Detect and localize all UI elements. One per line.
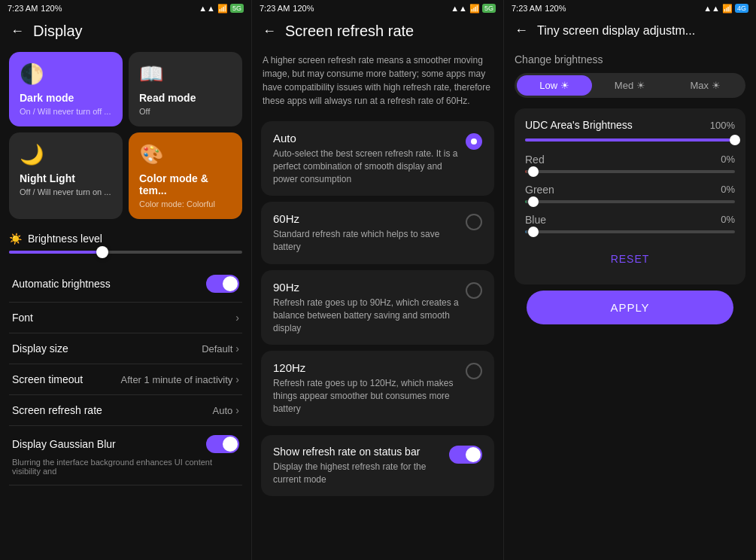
radio-auto[interactable] [466,133,482,150]
mode-max-btn[interactable]: Max ☀ [668,75,743,96]
blue-row-header: Blue 0% [525,214,735,226]
mode-low-label: Low [539,80,557,91]
night-light-icon: 🌙 [20,143,112,166]
udc-slider[interactable] [525,138,735,142]
option-90hz[interactable]: 90Hz Refresh rate goes up to 90Hz, which… [261,270,494,345]
color-mode-subtitle: Color mode: Colorful [139,199,232,208]
option-auto-content: Auto Auto-select the best screen refresh… [273,132,466,185]
blue-slider[interactable] [525,230,735,233]
gaussian-blur-desc: Blurring the interface background enhanc… [12,458,239,476]
udc-percent: 100% [710,120,735,131]
red-thumb[interactable] [528,166,539,177]
green-label: Green [525,184,554,196]
page-title-1: Display [33,23,83,40]
udc-slider-thumb[interactable] [730,135,740,145]
option-60hz-desc: Standard refresh rate which helps to sav… [273,228,466,254]
screen-refresh-row[interactable]: Screen refresh rate Auto › [9,395,242,426]
brightness-mode-selector: Low ☀ Med ☀ Max ☀ [515,73,745,98]
gaussian-blur-row: Display Gaussian Blur Blurring the inter… [9,426,242,485]
option-90hz-desc: Refresh rate goes up to 90Hz, which crea… [273,297,466,334]
night-light-subtitle: Off / Will never turn on ... [20,187,112,196]
night-light-card[interactable]: 🌙 Night Light Off / Will never turn on .… [9,132,123,219]
mode-med-icon: ☀ [636,80,645,91]
blue-thumb[interactable] [528,227,539,237]
option-60hz[interactable]: 60Hz Standard refresh rate which helps t… [261,202,494,264]
wifi-icon: 📶 [217,4,228,14]
brightness-thumb[interactable] [96,246,108,258]
panel-tiny-screen: 7:23 AM 120% ▲▲ 📶 4G ← Tiny screen displ… [504,0,756,560]
auto-brightness-row: Automatic brightness [9,266,242,303]
auto-brightness-label: Automatic brightness [12,278,111,290]
blue-label: Blue [525,214,546,226]
color-mode-icon: 🎨 [139,143,232,166]
mode-low-btn[interactable]: Low ☀ [517,75,592,96]
read-mode-card[interactable]: 📖 Read mode Off [129,52,242,126]
tiny-screen-header: ← Tiny screen display adjustm... [504,17,756,44]
toggle-card-desc: Display the highest refresh rate for the… [273,461,440,486]
dark-mode-icon: 🌓 [20,62,112,86]
radio-60hz[interactable] [466,214,482,230]
refresh-description: A higher screen refresh rate means a smo… [252,46,503,118]
display-size-row[interactable]: Display size Default › [9,333,242,364]
option-auto-desc: Auto-select the best screen refresh rate… [273,148,466,185]
time-3: 7:23 AM [512,4,542,13]
panel-display: 7:23 AM 120% ▲▲ 📶 5G ← Display 🌓 Dark mo… [0,0,252,560]
gaussian-blur-toggle[interactable] [206,435,239,453]
show-refresh-toggle[interactable] [449,446,482,464]
read-mode-title: Read mode [139,92,232,104]
wifi-icon-3: 📶 [722,4,733,14]
brightness-label: ☀️ Brightness level [9,233,242,245]
status-bar-1: 7:23 AM 120% ▲▲ 📶 5G [0,0,251,17]
option-60hz-content: 60Hz Standard refresh rate which helps t… [273,212,466,254]
toggle-card-content: Show refresh rate on status bar Display … [273,446,440,486]
screen-refresh-value: Auto › [213,404,239,416]
option-60hz-title: 60Hz [273,212,466,225]
mode-max-label: Max [691,80,709,91]
sun-icon: ☀️ [9,233,22,245]
green-thumb[interactable] [528,196,539,207]
back-button-1[interactable]: ← [11,23,24,39]
red-slider[interactable] [525,170,735,173]
screen-timeout-value: After 1 minute of inactivity › [120,373,239,385]
dark-mode-card[interactable]: 🌓 Dark mode On / Will never turn off ... [9,52,123,126]
time-2: 7:23 AM [260,4,290,13]
mode-low-icon: ☀ [560,80,569,91]
option-auto[interactable]: Auto Auto-select the best screen refresh… [261,121,494,196]
green-color-row: Green 0% [525,184,735,203]
brightness-slider[interactable] [9,251,242,254]
back-button-2[interactable]: ← [263,23,276,39]
color-mode-card[interactable]: 🎨 Color mode & tem... Color mode: Colorf… [129,132,242,219]
status-bar-3: 7:23 AM 120% ▲▲ 📶 4G [504,0,756,17]
green-row-header: Green 0% [525,184,735,196]
dark-mode-title: Dark mode [20,92,112,104]
screen-timeout-row[interactable]: Screen timeout After 1 minute of inactiv… [9,364,242,395]
reset-button[interactable]: RESET [525,244,735,274]
page-title-3: Tiny screen display adjustm... [537,24,695,38]
option-90hz-content: 90Hz Refresh rate goes up to 90Hz, which… [273,281,466,334]
option-120hz[interactable]: 120Hz Refresh rate goes up to 120Hz, whi… [261,351,494,425]
screen-refresh-label: Screen refresh rate [12,404,102,416]
font-row[interactable]: Font › [9,303,242,333]
display-size-value: Default › [202,342,239,355]
red-percent: 0% [721,154,735,166]
radio-90hz[interactable] [466,282,482,299]
mode-med-label: Med [615,80,633,91]
udc-slider-fill [525,138,730,142]
apply-button[interactable]: APPLY [527,291,733,324]
back-button-3[interactable]: ← [515,23,528,38]
change-brightness-label: Change brightness [504,44,756,73]
mode-med-btn[interactable]: Med ☀ [592,75,667,96]
auto-brightness-toggle[interactable] [206,275,239,293]
green-slider[interactable] [525,200,735,203]
status-bar-2: 7:23 AM 120% ▲▲ 📶 5G [252,0,503,17]
gaussian-blur-label: Display Gaussian Blur [12,438,116,450]
signal-icon-3: ▲▲ [703,4,720,13]
color-mode-title: Color mode & tem... [139,172,232,196]
show-refresh-toggle-card: Show refresh rate on status bar Display … [261,435,494,497]
display-size-chevron: › [235,342,239,355]
display-card-grid: 🌓 Dark mode On / Will never turn off ...… [0,46,251,225]
battery-2: 120% [293,4,314,13]
red-row-header: Red 0% [525,154,735,166]
radio-120hz[interactable] [466,363,482,379]
blue-color-row: Blue 0% [525,214,735,233]
